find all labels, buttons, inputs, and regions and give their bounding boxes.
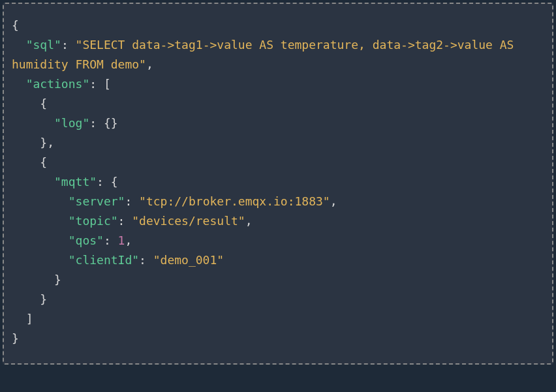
key-log: "log": [54, 116, 89, 130]
value-sql: "SELECT data->tag1->value AS temperature…: [12, 38, 521, 71]
key-sql: "sql": [26, 38, 61, 52]
key-mqtt: "mqtt": [54, 175, 97, 188]
json-code-block: { "sql": "SELECT data->tag1->value AS te…: [3, 3, 553, 365]
empty-object: {}: [104, 116, 118, 130]
brace-open: {: [12, 18, 19, 32]
bracket-open: [: [104, 77, 111, 91]
value-server: "tcp://broker.emqx.io:1883": [139, 194, 330, 208]
value-clientId: "demo_001": [153, 253, 224, 267]
key-actions: "actions": [26, 77, 90, 91]
value-topic: "devices/result": [132, 214, 245, 228]
brace-close: }: [12, 331, 19, 345]
value-qos: 1: [118, 234, 125, 247]
bracket-close: ]: [26, 312, 33, 325]
key-clientId: "clientId": [69, 253, 139, 267]
key-topic: "topic": [69, 214, 118, 228]
key-qos: "qos": [69, 234, 104, 247]
key-server: "server": [69, 194, 125, 208]
